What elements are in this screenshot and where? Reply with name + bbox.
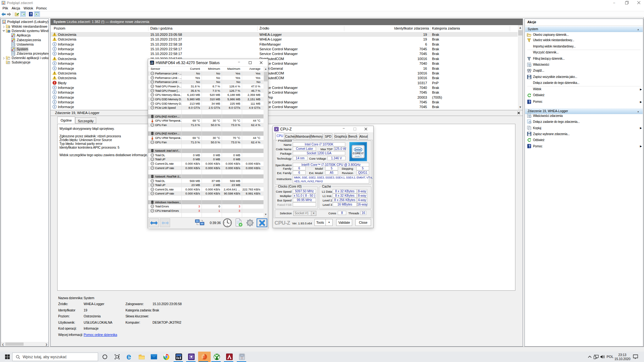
svg-text:inside™: inside™ (355, 155, 362, 157)
svg-text:?: ? (528, 100, 530, 104)
svg-text:CORE i7: CORE i7 (353, 152, 364, 155)
svg-text:intel: intel (355, 148, 362, 151)
svg-text:?: ? (528, 145, 530, 148)
svg-text:?: ? (30, 13, 32, 16)
